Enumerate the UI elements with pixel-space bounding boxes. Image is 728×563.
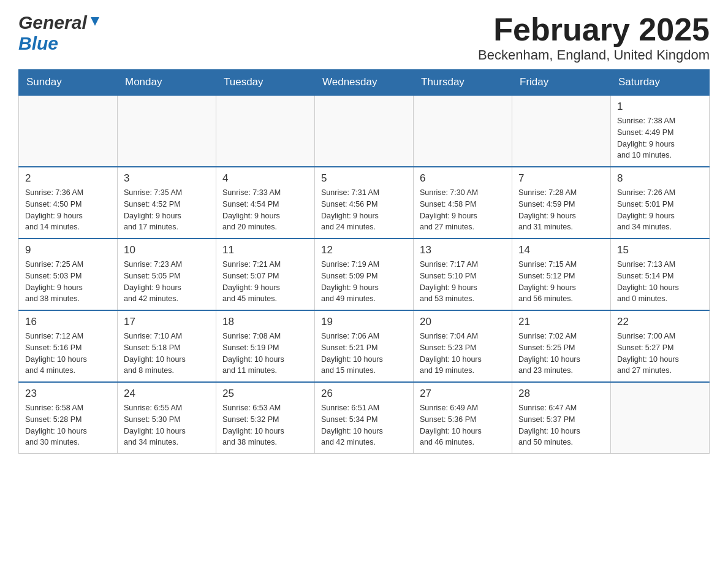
calendar-week-2: 2Sunrise: 7:36 AMSunset: 4:50 PMDaylight… [19, 167, 710, 239]
day-info: Sunrise: 7:30 AMSunset: 4:58 PMDaylight:… [420, 187, 506, 233]
day-info: Sunrise: 7:06 AMSunset: 5:21 PMDaylight:… [321, 331, 407, 377]
calendar-cell [414, 95, 512, 167]
day-info: Sunrise: 7:38 AMSunset: 4:49 PMDaylight:… [617, 115, 703, 161]
day-number: 23 [25, 388, 111, 400]
day-info: Sunrise: 6:51 AMSunset: 5:34 PMDaylight:… [321, 402, 407, 448]
calendar-cell [315, 95, 414, 167]
calendar-body: 1Sunrise: 7:38 AMSunset: 4:49 PMDaylight… [19, 95, 710, 454]
calendar-cell: 13Sunrise: 7:17 AMSunset: 5:10 PMDayligh… [414, 239, 512, 310]
calendar-cell: 16Sunrise: 7:12 AMSunset: 5:16 PMDayligh… [19, 310, 118, 382]
day-number: 12 [321, 244, 407, 256]
calendar-cell: 22Sunrise: 7:00 AMSunset: 5:27 PMDayligh… [611, 310, 710, 382]
calendar-cell: 17Sunrise: 7:10 AMSunset: 5:18 PMDayligh… [118, 310, 216, 382]
logo-triangle-icon [88, 15, 102, 28]
calendar-cell: 5Sunrise: 7:31 AMSunset: 4:56 PMDaylight… [315, 167, 414, 239]
day-number: 5 [321, 172, 407, 185]
calendar-week-5: 23Sunrise: 6:58 AMSunset: 5:28 PMDayligh… [19, 382, 710, 454]
page-subtitle: Beckenham, England, United Kingdom [478, 47, 710, 63]
day-number: 22 [617, 316, 703, 328]
day-info: Sunrise: 7:36 AMSunset: 4:50 PMDaylight:… [25, 187, 111, 233]
day-info: Sunrise: 7:17 AMSunset: 5:10 PMDaylight:… [420, 259, 506, 305]
calendar-cell [512, 95, 611, 167]
day-number: 28 [518, 388, 604, 400]
calendar-cell [611, 382, 710, 454]
header-wednesday: Wednesday [315, 70, 414, 96]
day-number: 19 [321, 316, 407, 328]
calendar-cell: 24Sunrise: 6:55 AMSunset: 5:30 PMDayligh… [118, 382, 216, 454]
calendar-cell: 20Sunrise: 7:04 AMSunset: 5:23 PMDayligh… [414, 310, 512, 382]
calendar-cell: 14Sunrise: 7:15 AMSunset: 5:12 PMDayligh… [512, 239, 611, 310]
day-number: 14 [518, 244, 604, 256]
day-info: Sunrise: 6:55 AMSunset: 5:30 PMDaylight:… [124, 402, 210, 448]
page-title: February 2025 [478, 12, 710, 47]
day-info: Sunrise: 7:19 AMSunset: 5:09 PMDaylight:… [321, 259, 407, 305]
calendar-cell: 23Sunrise: 6:58 AMSunset: 5:28 PMDayligh… [19, 382, 118, 454]
day-number: 17 [124, 316, 210, 328]
day-info: Sunrise: 6:58 AMSunset: 5:28 PMDaylight:… [25, 402, 111, 448]
header-row: Sunday Monday Tuesday Wednesday Thursday… [19, 70, 710, 96]
day-info: Sunrise: 6:53 AMSunset: 5:32 PMDaylight:… [222, 402, 308, 448]
calendar-cell: 7Sunrise: 7:28 AMSunset: 4:59 PMDaylight… [512, 167, 611, 239]
calendar-cell: 4Sunrise: 7:33 AMSunset: 4:54 PMDaylight… [216, 167, 315, 239]
calendar-cell: 21Sunrise: 7:02 AMSunset: 5:25 PMDayligh… [512, 310, 611, 382]
calendar-week-3: 9Sunrise: 7:25 AMSunset: 5:03 PMDaylight… [19, 239, 710, 310]
calendar-header: Sunday Monday Tuesday Wednesday Thursday… [19, 70, 710, 96]
day-info: Sunrise: 7:35 AMSunset: 4:52 PMDaylight:… [124, 187, 210, 233]
day-number: 18 [222, 316, 308, 328]
day-number: 26 [321, 388, 407, 400]
day-number: 16 [25, 316, 111, 328]
header-monday: Monday [118, 70, 216, 96]
svg-marker-0 [91, 17, 99, 26]
day-number: 13 [420, 244, 506, 256]
calendar-cell: 25Sunrise: 6:53 AMSunset: 5:32 PMDayligh… [216, 382, 315, 454]
calendar-week-4: 16Sunrise: 7:12 AMSunset: 5:16 PMDayligh… [19, 310, 710, 382]
day-info: Sunrise: 7:12 AMSunset: 5:16 PMDaylight:… [25, 331, 111, 377]
day-info: Sunrise: 7:33 AMSunset: 4:54 PMDaylight:… [222, 187, 308, 233]
calendar-cell [216, 95, 315, 167]
day-number: 3 [124, 172, 210, 185]
day-number: 9 [25, 244, 111, 256]
day-info: Sunrise: 7:26 AMSunset: 5:01 PMDaylight:… [617, 187, 703, 233]
calendar-cell: 9Sunrise: 7:25 AMSunset: 5:03 PMDaylight… [19, 239, 118, 310]
calendar-cell: 15Sunrise: 7:13 AMSunset: 5:14 PMDayligh… [611, 239, 710, 310]
day-number: 6 [420, 172, 506, 185]
day-info: Sunrise: 7:00 AMSunset: 5:27 PMDaylight:… [617, 331, 703, 377]
calendar-cell: 26Sunrise: 6:51 AMSunset: 5:34 PMDayligh… [315, 382, 414, 454]
calendar-cell: 27Sunrise: 6:49 AMSunset: 5:36 PMDayligh… [414, 382, 512, 454]
page-header: General Blue February 2025 Beckenham, En… [18, 12, 710, 63]
header-friday: Friday [512, 70, 611, 96]
day-info: Sunrise: 7:13 AMSunset: 5:14 PMDaylight:… [617, 259, 703, 305]
calendar-cell: 19Sunrise: 7:06 AMSunset: 5:21 PMDayligh… [315, 310, 414, 382]
calendar-cell: 8Sunrise: 7:26 AMSunset: 5:01 PMDaylight… [611, 167, 710, 239]
day-number: 7 [518, 172, 604, 185]
day-number: 25 [222, 388, 308, 400]
calendar-cell: 3Sunrise: 7:35 AMSunset: 4:52 PMDaylight… [118, 167, 216, 239]
logo-blue-text: Blue [18, 33, 58, 53]
day-info: Sunrise: 7:10 AMSunset: 5:18 PMDaylight:… [124, 331, 210, 377]
day-info: Sunrise: 7:08 AMSunset: 5:19 PMDaylight:… [222, 331, 308, 377]
header-saturday: Saturday [611, 70, 710, 96]
day-number: 21 [518, 316, 604, 328]
day-info: Sunrise: 7:04 AMSunset: 5:23 PMDaylight:… [420, 331, 506, 377]
day-number: 8 [617, 172, 703, 185]
day-info: Sunrise: 7:25 AMSunset: 5:03 PMDaylight:… [25, 259, 111, 305]
day-number: 15 [617, 244, 703, 256]
day-info: Sunrise: 7:15 AMSunset: 5:12 PMDaylight:… [518, 259, 604, 305]
calendar-cell: 28Sunrise: 6:47 AMSunset: 5:37 PMDayligh… [512, 382, 611, 454]
day-info: Sunrise: 7:02 AMSunset: 5:25 PMDaylight:… [518, 331, 604, 377]
calendar-cell: 12Sunrise: 7:19 AMSunset: 5:09 PMDayligh… [315, 239, 414, 310]
day-info: Sunrise: 7:23 AMSunset: 5:05 PMDaylight:… [124, 259, 210, 305]
title-block: February 2025 Beckenham, England, United… [478, 12, 710, 63]
header-sunday: Sunday [19, 70, 118, 96]
day-info: Sunrise: 6:47 AMSunset: 5:37 PMDaylight:… [518, 402, 604, 448]
calendar-table: Sunday Monday Tuesday Wednesday Thursday… [18, 69, 710, 454]
calendar-cell: 6Sunrise: 7:30 AMSunset: 4:58 PMDaylight… [414, 167, 512, 239]
calendar-cell: 11Sunrise: 7:21 AMSunset: 5:07 PMDayligh… [216, 239, 315, 310]
day-info: Sunrise: 7:31 AMSunset: 4:56 PMDaylight:… [321, 187, 407, 233]
day-number: 1 [617, 101, 703, 113]
day-info: Sunrise: 7:21 AMSunset: 5:07 PMDaylight:… [222, 259, 308, 305]
day-info: Sunrise: 7:28 AMSunset: 4:59 PMDaylight:… [518, 187, 604, 233]
calendar-cell [118, 95, 216, 167]
header-tuesday: Tuesday [216, 70, 315, 96]
day-number: 20 [420, 316, 506, 328]
